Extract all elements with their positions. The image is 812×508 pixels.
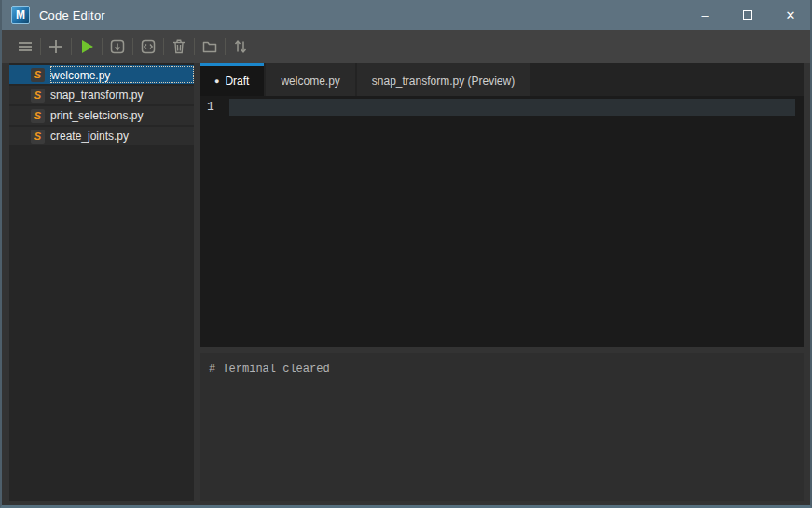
sort-button[interactable] (228, 34, 253, 59)
open-folder-button[interactable] (198, 34, 222, 59)
file-row-print-selections[interactable]: S print_seletcions.py (9, 106, 194, 125)
save-all-button[interactable] (136, 34, 160, 59)
toolbar-separator (102, 38, 103, 55)
script-file-icon: S (31, 89, 45, 103)
toolbar-separator (194, 38, 195, 55)
editor-panel: ● Draft welcome.py snap_transform.py (Pr… (200, 63, 804, 347)
unsaved-dot-icon: ● (214, 77, 219, 86)
file-row-snap-transform[interactable]: S snap_transform.py (9, 86, 194, 104)
toolbar-separator (71, 38, 72, 55)
maya-app-icon: M (11, 6, 30, 24)
delete-trash-icon (171, 38, 187, 55)
sort-arrows-icon (232, 38, 249, 55)
menu-icon (17, 38, 34, 55)
toolbar-separator (132, 38, 133, 55)
toolbar-separator (163, 38, 164, 55)
file-name: create_joints.py (50, 128, 194, 144)
toolbar (2, 30, 810, 63)
tab-label: welcome.py (281, 75, 339, 88)
toolbar-separator (225, 38, 226, 55)
file-row-welcome[interactable]: S welcome.py (9, 65, 194, 84)
window-controls: – ✕ (683, 0, 812, 30)
content-area: S welcome.py S snap_transform.py S print… (2, 63, 810, 501)
tab-welcome[interactable]: welcome.py (266, 63, 354, 96)
terminal-output[interactable]: # Terminal cleared (200, 353, 804, 501)
code-input-area[interactable]: 1 (200, 96, 804, 347)
editor-tabbar: ● Draft welcome.py snap_transform.py (Pr… (200, 63, 804, 96)
delete-button[interactable] (167, 34, 191, 59)
new-tab-plus-icon (48, 38, 64, 55)
code-editor-window: M Code Editor – ✕ (0, 0, 812, 508)
save-script-button[interactable] (105, 34, 130, 59)
tab-snap-transform-preview[interactable]: snap_transform.py (Preview) (357, 63, 530, 96)
file-name: snap_transform.py (50, 87, 194, 103)
maximize-button[interactable] (726, 0, 769, 30)
file-name: print_seletcions.py (50, 107, 194, 124)
close-button[interactable]: ✕ (769, 0, 812, 30)
new-tab-button[interactable] (44, 34, 68, 59)
line-number: 1 (207, 100, 214, 114)
run-play-icon (78, 38, 95, 55)
tab-draft[interactable]: ● Draft (200, 63, 264, 96)
minimize-button[interactable]: – (683, 0, 726, 30)
tab-label: Draft (225, 75, 249, 88)
maximize-icon (743, 10, 752, 20)
run-button[interactable] (75, 34, 99, 59)
script-file-icon: S (31, 68, 45, 82)
current-line-highlight (229, 99, 795, 116)
script-file-icon: S (31, 130, 45, 144)
window-title: Code Editor (39, 8, 105, 22)
file-name: welcome.py (50, 66, 194, 83)
tab-label: snap_transform.py (Preview) (372, 75, 515, 88)
toolbar-separator (40, 38, 41, 55)
script-file-list: S welcome.py S snap_transform.py S print… (9, 63, 194, 501)
editor-column: ● Draft welcome.py snap_transform.py (Pr… (200, 63, 804, 501)
save-all-icon (140, 38, 157, 55)
open-folder-icon (201, 38, 218, 55)
file-row-create-joints[interactable]: S create_joints.py (9, 127, 194, 145)
titlebar[interactable]: M Code Editor – ✕ (0, 0, 812, 30)
script-file-icon: S (31, 109, 45, 123)
panel-splitter[interactable] (200, 347, 804, 353)
menu-button[interactable] (13, 34, 37, 59)
save-script-icon (109, 38, 126, 55)
line-number-gutter: 1 (200, 99, 229, 116)
